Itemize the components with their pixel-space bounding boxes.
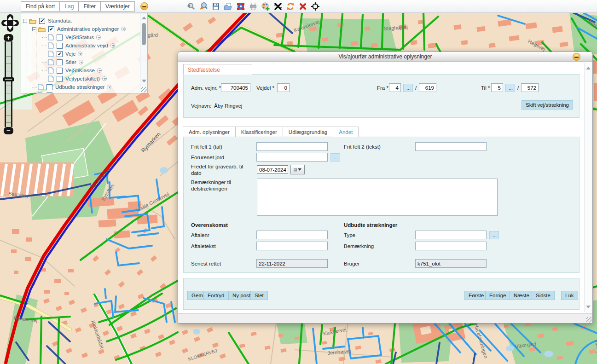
fra-lookup-button[interactable]: ... [403, 84, 413, 92]
minimize-dialog-icon[interactable] [573, 53, 580, 61]
collapse-icon[interactable] [23, 19, 27, 23]
map-zoom-slider[interactable]: + − [4, 34, 15, 134]
forrige-button[interactable]: Forrige [485, 291, 510, 300]
open-folder-icon[interactable] [223, 1, 233, 12]
tab-stedfaestelse[interactable]: Stedfæstelse [183, 64, 252, 75]
tree-item-stamdata[interactable]: Stamdata. [21, 17, 147, 25]
save-icon[interactable] [211, 1, 221, 12]
skift-vej-straekning-button[interactable]: Skift vej/strækning [522, 100, 573, 110]
til-max-field[interactable] [521, 83, 539, 92]
til-slash: / [517, 85, 519, 91]
layer-meta-icon[interactable] [79, 60, 83, 64]
center-map-icon[interactable] [310, 1, 320, 12]
lag-button[interactable]: Lag [59, 1, 79, 12]
dialog-scrollbar[interactable] [584, 63, 592, 312]
sidste-button[interactable]: Sidste [532, 291, 555, 300]
map-pan-control[interactable] [1, 14, 19, 32]
layer-meta-icon[interactable] [83, 93, 88, 93]
type-field[interactable] [415, 231, 487, 239]
tree-item-vejtype-skiltet[interactable]: Vejtype(skiltet) [21, 75, 147, 83]
bemaerkninger-label: Bemærkninger til delstrækningen [191, 179, 249, 192]
top-toolbar: Find på kort Lag Filter Værktøjer [0, 0, 597, 13]
zoom-in-button[interactable]: + [4, 34, 13, 41]
layer-checkbox[interactable] [57, 59, 63, 65]
zoom-selection-icon[interactable] [198, 1, 209, 12]
find-paa-kort-button[interactable]: Find på kort [21, 1, 60, 12]
zoom-slider-track[interactable] [5, 41, 12, 127]
tree-item-administrativ-vejid[interactable]: Administrativ vejid [21, 41, 147, 50]
tab-udlaegsgrundlag[interactable]: Udlægsgrundlag [283, 127, 333, 137]
tab-andet[interactable]: Andet [333, 127, 359, 137]
tree-item-udbudte-straekninger[interactable]: Udbudte strækninger [21, 83, 147, 91]
foerste-button[interactable]: Første [464, 291, 488, 300]
minimize-toolbar-icon[interactable] [140, 2, 148, 10]
layer-meta-icon[interactable] [97, 68, 102, 73]
layer-checkbox[interactable] [46, 84, 52, 90]
tree-item-vejstiklasse[interactable]: VejStiKlasse [21, 66, 147, 75]
fra-max-field[interactable] [419, 83, 436, 92]
luk-button[interactable]: Luk [561, 291, 578, 300]
aftaletekst-field[interactable] [256, 242, 328, 250]
tree-item-vejstistatus[interactable]: VejStiStatus [21, 33, 147, 41]
type-lookup-button[interactable]: ... [489, 231, 499, 239]
tree-item-cykelstinet[interactable]: Cykelstinet [21, 91, 147, 93]
scroll-down-icon[interactable] [142, 80, 146, 82]
layer-checkbox[interactable] [57, 51, 63, 57]
tab-klassificeringer[interactable]: Klassificeringer [235, 127, 283, 137]
dialog-resize-grip[interactable] [586, 317, 592, 323]
layer-checkbox[interactable] [57, 76, 63, 82]
tab-adm-oplysninger[interactable]: Adm. oplysninger [183, 127, 236, 137]
legend-palette-icon[interactable] [261, 1, 271, 12]
slet-button[interactable]: Slet [250, 291, 268, 300]
collapse-icon[interactable] [32, 27, 36, 31]
tree-item-veje[interactable]: Veje [21, 50, 147, 58]
delete-icon[interactable] [298, 1, 308, 12]
layer-meta-icon[interactable] [110, 43, 115, 48]
aftalenr-field[interactable] [256, 231, 328, 239]
date-picker-button[interactable] [290, 165, 305, 174]
scroll-up-icon[interactable] [586, 67, 591, 69]
zoom-out-button[interactable]: − [4, 127, 13, 134]
layer-checkbox[interactable] [39, 18, 45, 24]
overview-extent-icon[interactable] [236, 1, 246, 12]
layer-meta-icon[interactable] [96, 35, 101, 40]
zoom-slider-handle[interactable] [3, 77, 14, 81]
adm-vejnr-field[interactable] [221, 83, 250, 92]
tree-item-administrative-oplysninger[interactable]: Administrative oplysninger [21, 25, 147, 33]
layer-checkbox[interactable] [57, 68, 63, 74]
forurenet-jord-lookup-button[interactable]: ... [330, 153, 340, 162]
tree-item-stier[interactable]: Stier [21, 58, 147, 66]
layer-meta-icon[interactable] [78, 52, 82, 56]
layer-meta-icon[interactable] [102, 76, 107, 81]
frit-felt-1-field[interactable] [256, 142, 328, 151]
frit-felt-2-field[interactable] [415, 142, 487, 151]
scrollbar-thumb[interactable] [142, 23, 146, 45]
til-field[interactable] [491, 83, 503, 92]
layer-checkbox[interactable] [57, 43, 63, 49]
til-lookup-button[interactable]: ... [505, 84, 515, 92]
vaerktoejer-button[interactable]: Værktøjer [100, 1, 135, 12]
naeste-button[interactable]: Næste [510, 291, 533, 300]
dialog-titlebar[interactable]: Vis/ajourfør administrative oplysninger [178, 52, 592, 62]
layer-meta-icon[interactable] [107, 85, 111, 89]
tree-scrollbar[interactable] [140, 14, 147, 92]
layer-checkbox[interactable] [48, 26, 54, 32]
zoom-previous-icon[interactable] [186, 1, 196, 12]
layer-meta-icon[interactable] [121, 27, 126, 31]
forurenet-jord-field[interactable] [256, 153, 328, 162]
layer-checkbox[interactable] [57, 35, 63, 40]
scroll-down-icon[interactable] [586, 306, 591, 308]
filter-button[interactable]: Filter [78, 1, 101, 12]
layer-checkbox[interactable] [46, 92, 52, 94]
fortryd-button[interactable]: Fortryd [203, 291, 228, 300]
fredet-dato-field[interactable] [257, 165, 288, 174]
refresh-icon[interactable] [285, 1, 296, 12]
bemaerkning-field[interactable] [415, 242, 487, 250]
vejdel-field[interactable] [277, 83, 290, 92]
bemaerkninger-textarea[interactable] [257, 179, 498, 216]
fra-field[interactable] [389, 83, 401, 92]
hide-markers-icon[interactable] [273, 1, 283, 12]
scroll-up-icon[interactable] [142, 17, 146, 19]
print-icon[interactable] [248, 1, 258, 12]
tree-resize-grip[interactable] [141, 87, 147, 92]
